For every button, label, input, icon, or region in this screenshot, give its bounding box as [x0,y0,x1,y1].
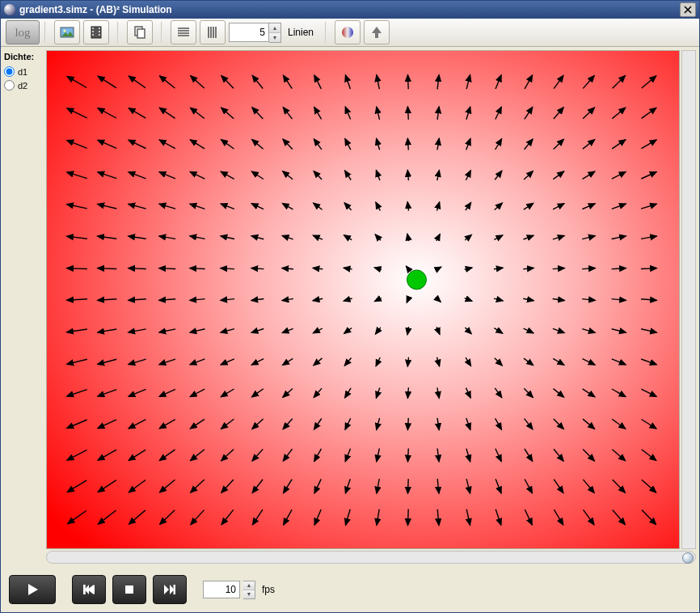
lines-spinner-down[interactable]: ▼ [269,33,280,42]
svg-rect-5 [92,34,94,36]
window-title: gradient3.simz - (AB)² Simulation [19,4,172,15]
radio-d2-input[interactable] [4,80,15,91]
fps-label: fps [262,584,275,595]
svg-line-135 [129,268,146,269]
hlines-button[interactable] [171,20,196,44]
radio-d1-input[interactable] [4,66,15,77]
radio-d1-label: d1 [18,67,27,77]
svg-line-284 [408,479,409,493]
svg-line-224 [407,387,408,398]
svg-line-136 [159,268,176,269]
play-button[interactable] [9,575,56,604]
playback-bar: ▲ ▼ fps [1,567,699,612]
lines-input[interactable] [229,23,269,42]
svg-rect-6 [99,27,100,29]
film-button[interactable] [83,20,109,44]
svg-rect-7 [99,31,100,32]
svg-line-137 [190,268,205,269]
svg-rect-3 [92,27,94,29]
svg-line-264 [408,449,409,462]
svg-point-1 [64,30,66,32]
svg-rect-317 [174,585,176,594]
fps-input[interactable] [203,581,240,598]
vertical-scrollbar[interactable] [681,50,696,549]
fps-control: ▲ ▼ fps [203,581,278,599]
svg-line-134 [98,268,117,269]
radio-d2[interactable]: d2 [4,80,43,91]
svg-line-138 [221,268,234,269]
svg-line-152 [641,268,657,269]
side-panel: Dichte: d1 d2 [4,50,43,564]
svg-rect-10 [137,29,145,38]
density-header: Dichte: [4,50,43,63]
copy-button[interactable] [127,20,153,44]
skip-start-button[interactable] [72,575,106,604]
svg-point-313 [407,270,426,290]
app-window: gradient3.simz - (AB)² Simulation log [0,0,700,613]
svg-line-304 [408,509,409,526]
up-arrow-button[interactable] [364,20,390,44]
simulation-viewport[interactable] [46,50,680,549]
svg-rect-4 [92,31,94,32]
titlebar: gradient3.simz - (AB)² Simulation [1,1,699,19]
svg-rect-316 [125,586,133,594]
app-icon [4,4,15,15]
toolbar: log ▲ [1,19,699,47]
radio-d2-label: d2 [18,81,27,91]
svg-rect-8 [99,34,100,36]
stop-button[interactable] [112,575,146,604]
content-area: Dichte: d1 d2 [1,47,699,567]
svg-line-24 [408,75,409,90]
image-button[interactable] [54,20,80,44]
svg-rect-11 [342,27,353,38]
vector-field-canvas [47,51,679,548]
time-slider[interactable] [46,551,696,564]
skip-end-button[interactable] [153,575,187,604]
svg-line-64 [407,138,408,150]
close-button[interactable] [680,2,696,17]
time-slider-thumb[interactable] [682,552,694,564]
lines-spinner[interactable]: ▲ ▼ [229,23,281,43]
svg-line-244 [407,418,408,430]
colormap-button[interactable] [335,20,361,44]
lines-spinner-up[interactable]: ▲ [269,23,280,33]
log-button[interactable]: log [6,20,40,44]
svg-line-44 [407,107,408,120]
radio-d1[interactable]: d1 [4,66,43,77]
fps-spinner-up[interactable]: ▲ [243,581,255,590]
lines-label: Linien [288,27,314,38]
fps-spinner-down[interactable]: ▼ [243,590,255,598]
svg-line-133 [67,268,87,269]
svg-line-151 [612,268,626,269]
vlines-button[interactable] [200,20,226,44]
